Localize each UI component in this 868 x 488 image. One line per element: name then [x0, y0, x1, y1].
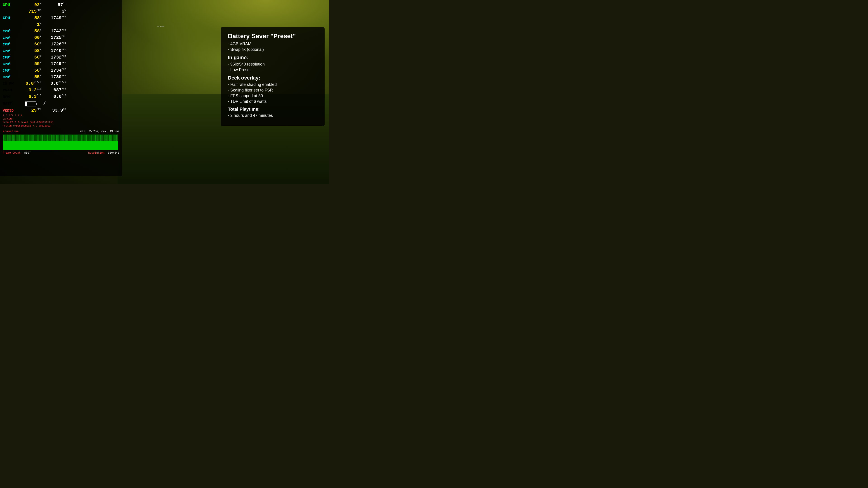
frame-count-val: 8507: [24, 151, 31, 155]
ram-label: RAM: [3, 94, 23, 100]
gpu-watts: 3W: [46, 8, 66, 14]
gpu-pct: 92%: [23, 2, 41, 8]
cpu1-row: CPU1 60% 1725MHz: [3, 35, 119, 41]
ram-row: RAM 6.3GiB 0.6GiB: [3, 94, 119, 100]
cpu0-pct: 58%: [23, 28, 41, 34]
batt-label: BATT: [3, 101, 23, 106]
frametime-spikes: [3, 135, 118, 141]
cpu4-pct: 60%: [23, 54, 41, 60]
vkd3d-ms: 33.9ms: [46, 107, 66, 113]
cpu-watts: 1W: [23, 22, 41, 28]
cpu0-label: CPU0: [3, 29, 23, 34]
list-item: - Swap fix (optional): [228, 47, 317, 52]
cpu4-mhz: 1732MHz: [46, 54, 66, 60]
hud-bottom: Frame Count 8507 Resolution 960x540: [3, 151, 119, 155]
cpu6-mhz: 1734MHz: [46, 67, 66, 73]
cpu5-mhz: 1749MHz: [46, 61, 66, 67]
io-row: IO RW 0.0MiB/s 0.0MiB/s: [3, 80, 119, 87]
vram-val1: 3.2GiB: [23, 87, 41, 93]
cpu2-mhz: 1726MHz: [46, 41, 66, 47]
preset-list: - 4GB VRAM - Swap fix (optional): [228, 41, 317, 52]
frametime-stats: min: 25.2ms, max: 43.5ms: [80, 130, 119, 133]
list-item: - 2 hours and 47 minutes: [228, 113, 317, 118]
total-playtime-title: Total Playtime:: [228, 107, 317, 112]
cpu6-label: CPU6: [3, 68, 23, 73]
gpu-temp: 57°C: [46, 2, 66, 8]
cpu-label: CPU: [3, 15, 23, 21]
cpu-w-row: 1W: [3, 22, 119, 28]
cpu1-label: CPU1: [3, 35, 23, 40]
vram-label: VRAM: [3, 88, 23, 93]
cpu5-label: CPU5: [3, 61, 23, 67]
cpu6-row: CPU6 58% 1734MHz: [3, 67, 119, 73]
frametime-header: Frametime min: 25.2ms, max: 43.5ms: [3, 129, 119, 133]
cpu1-pct: 60%: [23, 35, 41, 41]
vkd3d-row: VKD3D 29FPS 33.9ms: [3, 107, 119, 113]
cpu4-row: CPU4 60% 1732MHz: [3, 54, 119, 60]
cpu-row: CPU 58% 1749MHz: [3, 15, 119, 21]
gpu-mhz: 715MHz: [23, 8, 41, 14]
info-title: Battery Saver "Preset": [228, 33, 317, 40]
frametime-fill: [3, 141, 118, 150]
vkd3d-fps: 29FPS: [23, 107, 41, 113]
gpu-mhz-row: 715MHz 3W: [3, 8, 119, 14]
batt-row: BATT ⚡: [3, 100, 119, 107]
cpu3-label: CPU3: [3, 48, 23, 54]
gpu-label: GPU: [3, 2, 23, 8]
vram-row: VRAM 3.2GiB 687MHz: [3, 87, 119, 93]
frametime-label: Frametime: [3, 129, 19, 133]
cpu7-label: CPU7: [3, 74, 23, 80]
cpu-pct: 58%: [23, 15, 41, 21]
cpu2-label: CPU2: [3, 42, 23, 47]
cpu0-row: CPU0 58% 1742MHz: [3, 28, 119, 34]
cpu5-pct: 55%: [23, 61, 41, 67]
total-playtime-list: - 2 hours and 47 minutes: [228, 113, 317, 118]
resolution-label: Resolution: [88, 151, 104, 155]
cpu7-row: CPU7 55% 1730MHz: [3, 74, 119, 80]
version-info: 2.6.0/1.3.211 VanGogh Mesa 22.2.0-devel …: [3, 114, 119, 128]
frame-count-label: Frame Count: [3, 151, 21, 155]
cpu1-mhz: 1725MHz: [46, 35, 66, 41]
in-game-list: - 960x540 resolution - Low Preset: [228, 62, 317, 72]
cpu4-label: CPU4: [3, 55, 23, 60]
list-item: - 960x540 resolution: [228, 62, 317, 67]
cpu3-mhz: 1740MHz: [46, 48, 66, 54]
resolution-val: 960x540: [108, 151, 119, 155]
cpu2-row: CPU2 60% 1726MHz: [3, 41, 119, 47]
deck-overlay-title: Deck overlay:: [228, 75, 317, 81]
list-item: - Half rate shading enabled: [228, 82, 317, 87]
list-item: - 4GB VRAM: [228, 41, 317, 46]
cpu-mhz: 1749MHz: [46, 15, 66, 21]
crosshair: —·—: [157, 24, 164, 29]
cpu7-pct: 55%: [23, 74, 41, 80]
charging-arrow: ⚡: [43, 100, 46, 107]
cpu5-row: CPU5 55% 1749MHz: [3, 61, 119, 67]
info-panel: Battery Saver "Preset" - 4GB VRAM - Swap…: [221, 27, 324, 126]
cpu2-pct: 60%: [23, 41, 41, 47]
in-game-title: In game:: [228, 55, 317, 61]
io-label: IO RW: [3, 82, 23, 87]
cpu3-row: CPU3 58% 1740MHz: [3, 48, 119, 54]
list-item: - Scaling filter set to FSR: [228, 88, 317, 93]
io-val2: 0.0MiB/s: [46, 80, 66, 87]
cpu6-pct: 58%: [23, 67, 41, 73]
ram-val2: 0.6GiB: [46, 94, 66, 100]
cpu7-mhz: 1730MHz: [46, 74, 66, 80]
deck-overlay-list: - Half rate shading enabled - Scaling fi…: [228, 82, 317, 104]
list-item: - FPS capped at 30: [228, 94, 317, 98]
cpu0-mhz: 1742MHz: [46, 28, 66, 34]
frametime-graph: [3, 134, 118, 150]
gpu-row: GPU 92% 57°C: [3, 2, 119, 8]
list-item: - TDP Limit of 6 watts: [228, 99, 317, 104]
hud-panel: GPU 92% 57°C 715MHz 3W CPU 58% 1749MHz 1…: [0, 0, 122, 176]
io-val1: 0.0MiB/s: [23, 80, 41, 87]
list-item: - Low Preset: [228, 68, 317, 72]
battery-icon: [25, 101, 36, 106]
ram-val1: 6.3GiB: [23, 94, 41, 100]
vram-mhz: 687MHz: [46, 87, 66, 93]
vkd3d-label: VKD3D: [3, 108, 23, 113]
cpu3-pct: 58%: [23, 48, 41, 54]
